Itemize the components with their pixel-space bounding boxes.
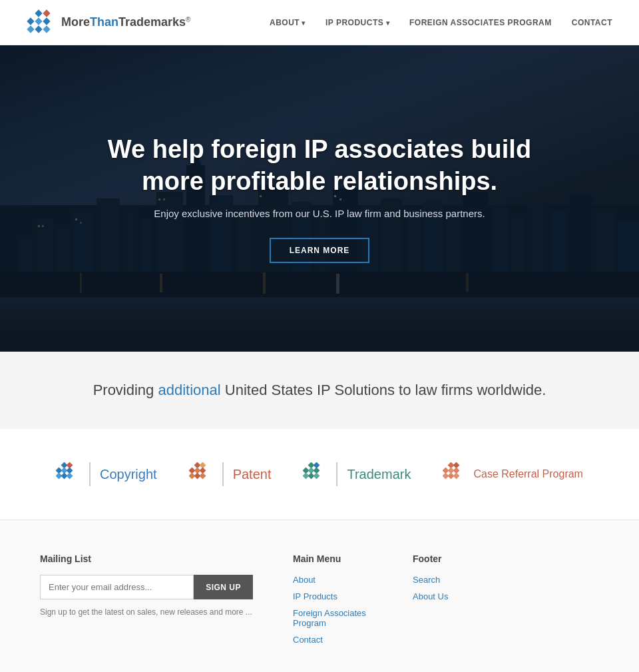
tagline-section: Providing additional United States IP So… — [0, 352, 639, 429]
hero-subtitle: Enjoy exclusive incentives from our U.S.… — [154, 208, 485, 219]
logo-icon — [27, 8, 56, 37]
trademark-icon — [303, 462, 327, 486]
mailing-list-section: Mailing List SIGN UP Sign up to get the … — [40, 553, 253, 651]
tagline-highlight: additional — [158, 382, 220, 398]
tagline-prefix: Providing — [93, 382, 158, 398]
footer-link-contact[interactable]: Contact — [293, 635, 373, 645]
nav-contact[interactable]: CONTACT — [572, 18, 612, 27]
svg-rect-61 — [67, 473, 73, 480]
email-row: SIGN UP — [40, 575, 253, 599]
svg-rect-69 — [199, 473, 206, 480]
footer-link-about-us[interactable]: About Us — [413, 591, 493, 601]
patent-product[interactable]: Patent — [189, 462, 272, 486]
svg-rect-3 — [27, 25, 34, 33]
tagline-suffix: United States IP Solutions to law firms … — [221, 382, 546, 398]
footer: Mailing List SIGN UP Sign up to get the … — [0, 519, 639, 672]
logo-text: MoreThanTrademarks® — [61, 15, 190, 29]
email-input[interactable] — [40, 575, 194, 599]
svg-rect-77 — [314, 473, 320, 480]
svg-rect-85 — [453, 473, 460, 480]
case-referral-icon — [443, 462, 467, 486]
trademark-label: Trademark — [347, 467, 411, 482]
copyright-label: Copyright — [100, 467, 157, 482]
footer-top: Mailing List SIGN UP Sign up to get the … — [40, 553, 599, 651]
case-referral-product[interactable]: Case Referral Program — [443, 462, 583, 486]
copyright-icon — [56, 462, 80, 486]
trademark-product[interactable]: Trademark — [303, 462, 411, 486]
hero-section: We help foreign IP associates build more… — [0, 45, 639, 352]
patent-icon — [189, 462, 213, 486]
case-referral-label: Case Referral Program — [473, 468, 583, 480]
footer-link-about[interactable]: About — [293, 575, 373, 585]
nav-ip-products[interactable]: IP PRODUCTS — [325, 18, 389, 27]
main-menu-title: Main Menu — [293, 553, 373, 564]
footer-main-menu: Main Menu About IP Products Foreign Asso… — [293, 553, 373, 651]
patent-divider — [222, 462, 224, 486]
svg-rect-2 — [35, 17, 42, 25]
nav-foreign-associates[interactable]: FOREIGN ASSOCIATES PROGRAM — [409, 18, 552, 27]
svg-rect-4 — [43, 9, 50, 17]
patent-label: Patent — [233, 467, 272, 482]
footer-link-ip-products[interactable]: IP Products — [293, 591, 373, 601]
signup-button[interactable]: SIGN UP — [194, 575, 253, 599]
tagline: Providing additional United States IP So… — [27, 382, 612, 399]
footer-col: Footer Search About Us — [413, 553, 493, 651]
signup-note: Sign up to get the latest on sales, new … — [40, 607, 253, 617]
footer-col-title: Footer — [413, 553, 493, 564]
header: MoreThanTrademarks® ABOUT IP PRODUCTS FO… — [0, 0, 639, 45]
trademark-divider — [336, 462, 337, 486]
learn-more-button[interactable]: LEARN MORE — [270, 238, 370, 263]
nav: ABOUT IP PRODUCTS FOREIGN ASSOCIATES PRO… — [270, 18, 612, 27]
svg-rect-7 — [43, 25, 50, 33]
svg-rect-1 — [35, 9, 42, 17]
footer-link-foreign-associates[interactable]: Foreign Associates Program — [293, 608, 373, 628]
svg-rect-5 — [43, 17, 50, 25]
copyright-divider — [89, 462, 91, 486]
footer-link-search[interactable]: Search — [413, 575, 493, 585]
products-section: Copyright Patent Trademark — [0, 429, 639, 519]
logo[interactable]: MoreThanTrademarks® — [27, 8, 190, 37]
svg-rect-6 — [35, 25, 42, 33]
svg-rect-0 — [27, 17, 34, 25]
copyright-product[interactable]: Copyright — [56, 462, 157, 486]
hero-content: We help foreign IP associates build more… — [0, 45, 639, 352]
mailing-list-title: Mailing List — [40, 553, 253, 564]
nav-about[interactable]: ABOUT — [270, 18, 306, 27]
hero-title: We help foreign IP associates build more… — [87, 134, 552, 197]
